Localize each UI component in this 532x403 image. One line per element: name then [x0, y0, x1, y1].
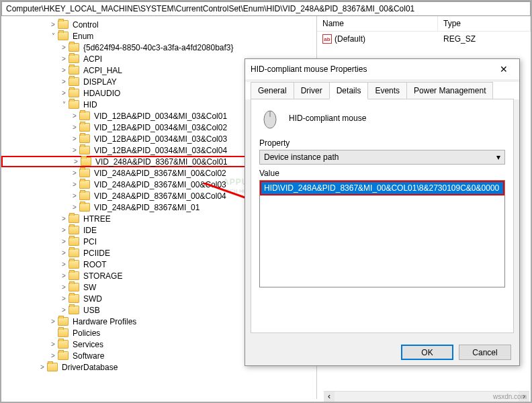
property-combo[interactable]: Device instance path ▾	[259, 150, 505, 165]
list-header: Name Type	[317, 16, 531, 32]
value-type: REG_SZ	[438, 33, 531, 45]
close-icon[interactable]: ✕	[494, 64, 514, 75]
value-row-selected[interactable]: HID\VID_248A&PID_8367&MI_00&COL01\8&2730…	[260, 181, 504, 195]
string-icon: ab	[322, 34, 332, 44]
tab-panel-details: HID-compliant mouse Property Device inst…	[251, 99, 514, 333]
properties-dialog: HID-compliant mouse Properties ✕ General…	[245, 58, 520, 366]
tab-power[interactable]: Power Management	[406, 82, 493, 99]
chevron-down-icon: ▾	[496, 152, 500, 162]
tab-driver[interactable]: Driver	[294, 82, 330, 99]
value-label: Value	[259, 169, 505, 178]
dialog-title: HID-compliant mouse Properties	[251, 64, 494, 74]
dialog-titlebar[interactable]: HID-compliant mouse Properties ✕	[245, 59, 519, 79]
value-listbox[interactable]: HID\VID_248A&PID_8367&MI_00&COL01\8&2730…	[259, 180, 505, 287]
tree-item-guid[interactable]: {5d624f94-8850-40c3-a3fa-a4fd2080baf3}	[1, 42, 316, 53]
col-type[interactable]: Type	[438, 16, 531, 32]
property-value: Device instance path	[264, 152, 339, 162]
tree-item-enum[interactable]: Enum	[1, 30, 316, 42]
cancel-button[interactable]: Cancel	[459, 345, 511, 360]
address-bar[interactable]: Computer\HKEY_LOCAL_MACHINE\SYSTEM\Curre…	[1, 1, 531, 16]
tab-strip: General Driver Details Events Power Mana…	[245, 82, 519, 99]
col-name[interactable]: Name	[317, 16, 438, 32]
mouse-icon	[259, 107, 281, 129]
scroll-left-icon[interactable]: ‹	[324, 392, 335, 402]
tab-details[interactable]: Details	[329, 82, 369, 99]
list-row-default[interactable]: ab(Default) REG_SZ	[317, 32, 531, 46]
tab-general[interactable]: General	[251, 82, 294, 99]
tree-item-control[interactable]: Control	[1, 19, 316, 30]
tab-events[interactable]: Events	[367, 82, 407, 99]
ok-button[interactable]: OK	[401, 345, 453, 360]
dialog-buttons: OK Cancel	[245, 339, 519, 365]
device-name: HID-compliant mouse	[289, 114, 366, 123]
value-name: (Default)	[335, 34, 365, 44]
property-label: Property	[259, 138, 505, 148]
footer-credit: wsxdn.com	[493, 393, 527, 400]
